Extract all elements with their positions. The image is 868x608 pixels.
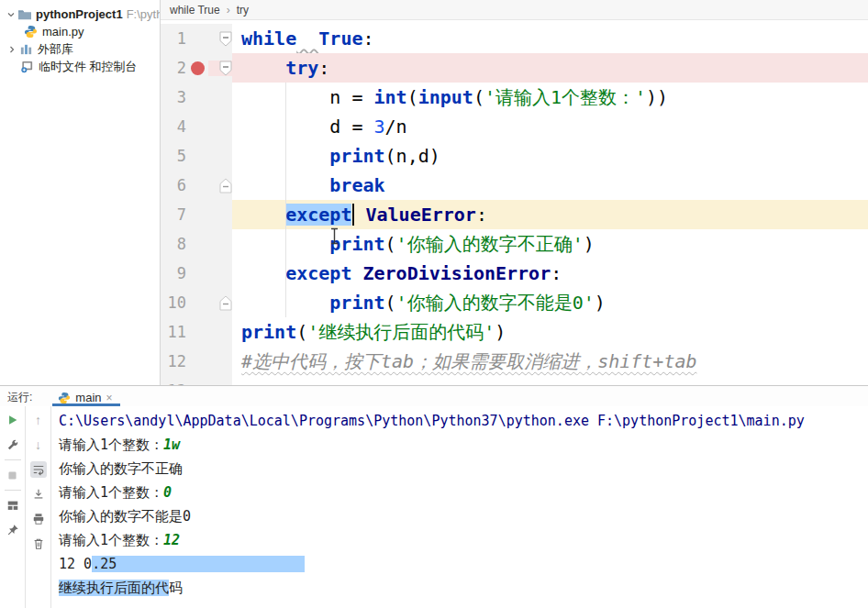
editor-gutter[interactable]: 11: [161, 317, 232, 347]
console-output[interactable]: C:\Users\andyl\AppData\Local\Programs\Py…: [51, 406, 868, 608]
print-icon[interactable]: [30, 511, 47, 527]
chevron-down-icon[interactable]: [6, 8, 17, 21]
code-line[interactable]: 2 try:: [161, 53, 868, 83]
down-stack-icon[interactable]: ↓: [30, 437, 47, 453]
code-line[interactable]: 13: [161, 376, 868, 385]
editor-gutter[interactable]: 5: [161, 141, 232, 171]
sidebar-item-external-libraries[interactable]: 外部库: [0, 40, 160, 58]
console-line[interactable]: 你输入的数字不正确: [59, 457, 868, 481]
code-text[interactable]: print('你输入的数字不正确'): [232, 229, 868, 259]
line-number[interactable]: 8: [161, 229, 186, 259]
clear-all-icon[interactable]: [30, 536, 47, 552]
code-text[interactable]: d = 3/n: [232, 112, 868, 141]
console-line[interactable]: 请输入1个整数：1w: [59, 433, 868, 457]
settings-wrench-icon[interactable]: [5, 437, 21, 453]
fold-marker-icon[interactable]: [208, 178, 232, 193]
line-number[interactable]: 7: [161, 200, 186, 229]
project-root-row[interactable]: pythonProject1 F:\pythonProj: [0, 6, 160, 23]
restore-layout-icon[interactable]: [5, 497, 21, 514]
console-line[interactable]: 请输入1个整数：0: [59, 481, 868, 504]
code-line[interactable]: 11print('继续执行后面的代码'): [161, 317, 868, 347]
line-number[interactable]: 9: [161, 259, 186, 288]
code-text[interactable]: print(n,d): [232, 141, 868, 171]
console-line[interactable]: 你输入的数字不能是0: [59, 504, 868, 528]
code-text[interactable]: n = int(input('请输入1个整数：')): [232, 83, 868, 112]
code-text[interactable]: try:: [232, 53, 868, 83]
editor-gutter[interactable]: 10: [161, 288, 232, 317]
editor-gutter[interactable]: 6: [161, 171, 232, 200]
toolbar-separator: [5, 490, 21, 491]
breakpoint-icon[interactable]: [186, 61, 208, 75]
code-text[interactable]: #选中代码，按下tab；如果需要取消缩进，shift+tab: [232, 347, 868, 376]
code-token: :: [318, 57, 329, 79]
code-line[interactable]: 5 print(n,d): [161, 141, 868, 171]
stop-icon[interactable]: [5, 467, 21, 483]
sidebar-item-scratches[interactable]: 临时文件 和控制台: [0, 58, 160, 75]
line-number[interactable]: 12: [161, 347, 186, 376]
pin-icon[interactable]: [5, 522, 21, 538]
fold-marker-icon[interactable]: [208, 61, 232, 76]
code-line[interactable]: 4 d = 3/n: [161, 112, 868, 141]
code-text[interactable]: except ValueError:: [232, 200, 868, 229]
fold-marker-icon[interactable]: [208, 31, 232, 47]
editor-gutter[interactable]: 4: [161, 112, 232, 141]
code-line[interactable]: 1while True:: [161, 24, 868, 53]
line-number[interactable]: 13: [161, 376, 186, 385]
close-icon[interactable]: ×: [106, 392, 113, 404]
tab-main[interactable]: main ×: [52, 386, 117, 406]
editor-gutter[interactable]: 12: [161, 347, 232, 376]
line-number[interactable]: 11: [161, 317, 186, 347]
code-line[interactable]: 9 except ZeroDivisionError:: [161, 259, 868, 288]
breadcrumb-try[interactable]: try: [237, 4, 249, 17]
sidebar-item-mainpy[interactable]: main.py: [0, 23, 160, 40]
soft-wrap-icon[interactable]: [30, 461, 47, 478]
code-token: ): [584, 233, 595, 255]
code-editor[interactable]: 1while True:2 try:3 n = int(input('请输入1个…: [161, 20, 868, 385]
code-line[interactable]: 10 print('你输入的数字不能是0'): [161, 288, 868, 317]
fold-marker-icon[interactable]: [208, 295, 232, 311]
library-icon: [19, 42, 34, 57]
code-text[interactable]: print('继续执行后面的代码'): [232, 317, 868, 347]
code-text[interactable]: print('你输入的数字不能是0'): [232, 288, 868, 317]
code-text[interactable]: except ZeroDivisionError:: [232, 259, 868, 288]
code-token: (: [296, 321, 307, 343]
console-line[interactable]: 12 0.25: [59, 552, 868, 576]
console-line[interactable]: 请输入1个整数：12: [59, 528, 868, 552]
breadcrumb-while[interactable]: while True: [170, 4, 220, 17]
line-number[interactable]: 6: [161, 171, 186, 200]
line-number[interactable]: 1: [161, 24, 186, 53]
code-line[interactable]: 12#选中代码，按下tab；如果需要取消缩进，shift+tab: [161, 347, 868, 376]
editor-gutter[interactable]: 8: [161, 229, 232, 259]
editor-gutter[interactable]: 9: [161, 259, 232, 288]
console-line[interactable]: C:\Users\andyl\AppData\Local\Programs\Py…: [59, 409, 868, 433]
console-text: C:\Users\andyl\AppData\Local\Programs\Py…: [59, 413, 805, 429]
editor-gutter[interactable]: 2: [161, 53, 232, 83]
editor-gutter[interactable]: 3: [161, 83, 232, 112]
rerun-icon[interactable]: [5, 412, 21, 428]
console-line[interactable]: 继续执行后面的代码: [59, 576, 868, 600]
chevron-right-icon[interactable]: [6, 43, 18, 56]
code-line[interactable]: 6 break: [161, 171, 868, 200]
code-text[interactable]: while True:: [232, 24, 868, 53]
code-text[interactable]: [232, 376, 868, 385]
editor-gutter[interactable]: 1: [161, 24, 232, 53]
code-token: :: [551, 262, 562, 284]
line-number[interactable]: 10: [161, 288, 186, 317]
console-text: 请输入1个整数：: [59, 532, 163, 548]
code-token: True: [318, 28, 362, 50]
line-number[interactable]: 2: [161, 53, 186, 83]
scroll-to-end-icon[interactable]: [30, 486, 47, 503]
line-number[interactable]: 4: [161, 112, 186, 141]
console-text: 1w: [163, 437, 180, 453]
code-token: ZeroDivisionError: [362, 262, 551, 284]
code-line[interactable]: 3 n = int(input('请输入1个整数：')): [161, 83, 868, 112]
up-stack-icon[interactable]: ↑: [30, 412, 47, 428]
line-number[interactable]: 3: [161, 83, 186, 112]
code-line[interactable]: 8 print('你输入的数字不正确'): [161, 229, 868, 259]
file-label: main.py: [42, 25, 84, 39]
editor-gutter[interactable]: 7: [161, 200, 232, 229]
editor-gutter[interactable]: 13: [161, 376, 232, 385]
code-text[interactable]: break: [232, 171, 868, 200]
line-number[interactable]: 5: [161, 141, 186, 171]
code-line[interactable]: 7 except ValueError:: [161, 200, 868, 229]
